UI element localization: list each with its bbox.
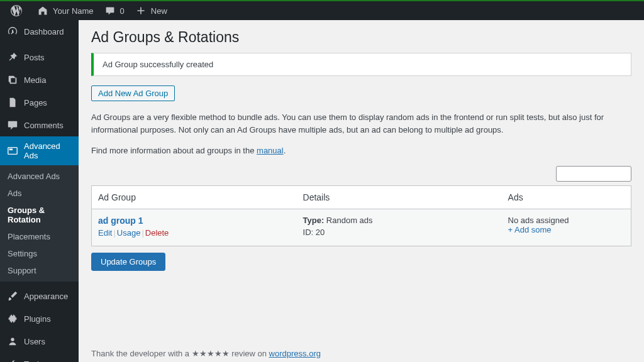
plus-icon xyxy=(135,4,147,17)
delete-action[interactable]: Delete xyxy=(145,228,169,238)
usage-action[interactable]: Usage xyxy=(117,228,141,238)
comment-icon xyxy=(6,119,19,131)
wordpress-org-link[interactable]: wordpress.org xyxy=(269,349,321,358)
menu-label: Posts xyxy=(24,53,45,62)
manual-link[interactable]: manual xyxy=(257,146,284,155)
col-details: Details xyxy=(297,185,502,209)
menu-label: Advanced Ads xyxy=(24,141,74,160)
menu-tools[interactable]: Tools xyxy=(0,353,79,362)
add-new-group-button[interactable]: Add New Ad Group xyxy=(91,85,175,101)
menu-plugins[interactable]: Plugins xyxy=(0,307,79,330)
group-name[interactable]: ad group 1 xyxy=(98,216,291,226)
notice-text: Ad Group successfully created xyxy=(103,60,213,69)
home-icon xyxy=(36,4,49,17)
update-groups-button[interactable]: Update Groups xyxy=(91,253,165,271)
edit-action[interactable]: Edit xyxy=(98,228,112,238)
admin-sidebar: Dashboard Posts Media Pages Comments Adv… xyxy=(0,20,79,362)
site-name[interactable]: Your Name xyxy=(31,1,99,21)
admin-topbar: Your Name 0 New xyxy=(0,0,644,20)
submenu-groups[interactable]: Groups & Rotation xyxy=(0,202,79,228)
ads-icon xyxy=(6,145,19,157)
no-ads-text: No ads assigned xyxy=(508,216,625,225)
menu-comments[interactable]: Comments xyxy=(0,114,79,136)
menu-label: Appearance xyxy=(24,292,68,301)
submenu-ads[interactable]: Ads xyxy=(0,185,79,202)
col-group: Ad Group xyxy=(92,185,297,209)
menu-advanced-ads[interactable]: Advanced Ads xyxy=(0,136,79,165)
menu-label: Users xyxy=(24,337,45,346)
new-link[interactable]: New xyxy=(130,1,172,21)
groups-table: Ad Group Details Ads ad group 1 Edit|Usa… xyxy=(91,185,631,246)
site-name-label: Your Name xyxy=(53,6,94,16)
footer-text: Thank the developer with a ★★★★★ review … xyxy=(91,349,321,358)
page-icon xyxy=(6,96,19,109)
menu-posts[interactable]: Posts xyxy=(0,46,79,69)
table-row: ad group 1 Edit|Usage|Delete Type: Rando… xyxy=(92,209,631,246)
add-some-link[interactable]: + Add some xyxy=(508,225,625,234)
description-2: Find more information about ad groups in… xyxy=(91,145,631,157)
submenu-settings[interactable]: Settings xyxy=(0,245,79,262)
submenu-overview[interactable]: Advanced Ads xyxy=(0,168,79,185)
menu-users[interactable]: Users xyxy=(0,330,79,353)
page-title: Ad Groups & Rotations xyxy=(91,20,631,50)
svg-rect-1 xyxy=(9,148,13,150)
svg-rect-0 xyxy=(8,148,17,155)
submenu-advanced-ads: Advanced Ads Ads Groups & Rotation Place… xyxy=(0,165,79,282)
comments-link[interactable]: 0 xyxy=(99,1,130,21)
comment-icon xyxy=(104,4,116,17)
menu-media[interactable]: Media xyxy=(0,69,79,91)
description-1: Ad Groups are a very flexible method to … xyxy=(91,111,631,136)
submenu-support[interactable]: Support xyxy=(0,262,79,279)
main-content: Ad Groups & Rotations Ad Group successfu… xyxy=(79,20,644,362)
users-icon xyxy=(6,335,19,348)
tools-icon xyxy=(6,358,19,362)
menu-label: Media xyxy=(24,75,46,85)
menu-label: Dashboard xyxy=(24,27,64,36)
menu-label: Pages xyxy=(24,98,47,107)
menu-label: Comments xyxy=(24,121,64,130)
menu-appearance[interactable]: Appearance xyxy=(0,285,79,307)
pin-icon xyxy=(6,51,19,63)
wp-logo[interactable] xyxy=(5,1,31,21)
menu-dashboard[interactable]: Dashboard xyxy=(0,20,79,43)
brush-icon xyxy=(6,290,19,302)
menu-pages[interactable]: Pages xyxy=(0,91,79,114)
svg-point-2 xyxy=(11,338,14,341)
col-ads: Ads xyxy=(502,185,631,209)
submenu-placements[interactable]: Placements xyxy=(0,228,79,245)
new-label: New xyxy=(151,6,167,16)
menu-label: Plugins xyxy=(24,314,51,324)
success-notice: Ad Group successfully created xyxy=(91,53,631,76)
wordpress-icon xyxy=(10,4,23,17)
comments-count: 0 xyxy=(120,6,125,16)
id-line: ID: 20 xyxy=(303,228,496,237)
dashboard-icon xyxy=(6,25,19,38)
plugin-icon xyxy=(6,312,19,325)
type-line: Type: Random ads xyxy=(303,216,496,225)
row-actions: Edit|Usage|Delete xyxy=(98,228,291,238)
search-input[interactable] xyxy=(556,166,631,182)
media-icon xyxy=(6,74,19,86)
menu-label: Tools xyxy=(24,359,43,363)
